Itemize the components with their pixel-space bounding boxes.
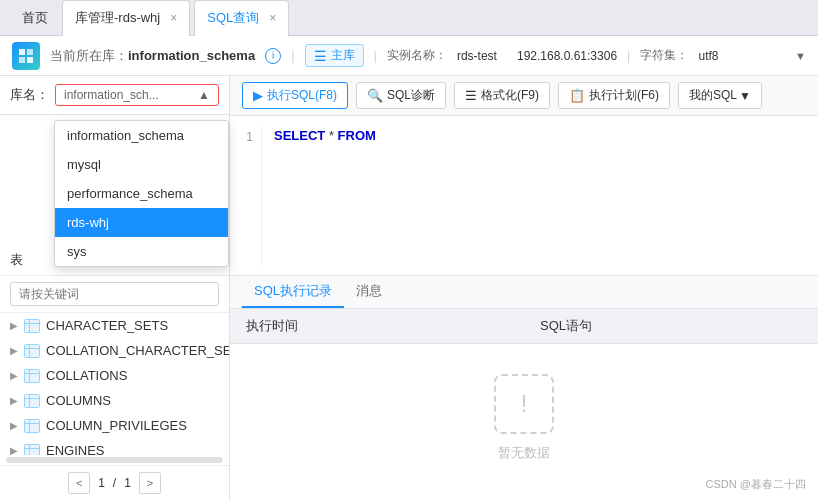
dropdown-item-sys[interactable]: sys: [55, 237, 228, 266]
diagnose-icon: 🔍: [367, 88, 383, 103]
plan-icon: 📋: [569, 88, 585, 103]
execute-label: 执行SQL(F8): [267, 87, 337, 104]
current-db-name: information_schema: [128, 48, 255, 63]
table-name-5: ENGINES: [46, 443, 105, 455]
dropdown-item-rds-whj[interactable]: rds-whj: [55, 208, 228, 237]
format-icon: ☰: [465, 88, 477, 103]
left-panel: 库名： information_sch... ▲ information_sch…: [0, 76, 230, 500]
next-page-btn[interactable]: >: [139, 472, 161, 494]
table-list-item[interactable]: ▶ COLUMNS: [0, 388, 229, 413]
db-selector-input[interactable]: information_sch... ▲: [55, 84, 219, 106]
expand-arrow-5: ▶: [10, 445, 18, 455]
table-list-item[interactable]: ▶ CHARACTER_SETS: [0, 313, 229, 338]
sql-toolbar: ▶ 执行SQL(F8) 🔍 SQL诊断 ☰ 格式化(F9) 📋 执行计划(F6)…: [230, 76, 818, 116]
tab-bar: 首页 库管理-rds-whj × SQL查询 ×: [0, 0, 818, 36]
db-selector: 库名： information_sch... ▲: [0, 76, 229, 115]
svg-rect-0: [19, 49, 25, 55]
plan-btn[interactable]: 📋 执行计划(F6): [558, 82, 670, 109]
current-db-label: 当前所在库：information_schema: [50, 47, 255, 65]
header-dropdown-icon[interactable]: ▼: [795, 50, 806, 62]
svg-rect-19: [25, 444, 40, 455]
sql-editor[interactable]: 1 SELECT * FROM: [230, 116, 818, 276]
tab-messages[interactable]: 消息: [344, 276, 394, 308]
table-icon-2: [24, 369, 40, 383]
db-selector-value: information_sch...: [64, 88, 159, 102]
table-name-1: COLLATION_CHARACTER_SET_APPLICABILITY: [46, 343, 229, 358]
tab-db-manage-label: 库管理-rds-whj: [75, 9, 160, 27]
empty-text: 暂无数据: [498, 444, 550, 462]
charset-value: utf8: [698, 49, 718, 63]
table-list-item[interactable]: ▶ COLUMN_PRIVILEGES: [0, 413, 229, 438]
instance-value: rds-test: [457, 49, 497, 63]
table-icon-1: [24, 344, 40, 358]
table-name-4: COLUMN_PRIVILEGES: [46, 418, 187, 433]
expand-arrow-3: ▶: [10, 395, 18, 406]
tab-db-manage[interactable]: 库管理-rds-whj ×: [62, 0, 190, 36]
empty-state: ! 暂无数据: [230, 344, 818, 492]
svg-rect-7: [25, 344, 40, 357]
result-tabs: SQL执行记录 消息: [230, 276, 818, 309]
db-dropdown: information_schema mysql performance_sch…: [54, 120, 229, 267]
charset-label: 字符集：: [640, 47, 688, 64]
sql-star: *: [329, 128, 338, 143]
plan-label: 执行计划(F6): [589, 87, 659, 104]
tab-sql-query-label: SQL查询: [207, 9, 259, 27]
db-selector-arrow: ▲: [198, 88, 210, 102]
table-list-item[interactable]: ▶ COLLATION_CHARACTER_SET_APPLICABILITY: [0, 338, 229, 363]
dropdown-item-mysql[interactable]: mysql: [55, 150, 228, 179]
table-icon-0: [24, 319, 40, 333]
dropdown-item-information-schema[interactable]: information_schema: [55, 121, 228, 150]
line-numbers: 1: [230, 126, 262, 265]
my-sql-label: 我的SQL: [689, 87, 737, 104]
col-execution-time: 执行时间: [230, 309, 524, 344]
execute-sql-btn[interactable]: ▶ 执行SQL(F8): [242, 82, 348, 109]
prev-page-btn[interactable]: <: [68, 472, 90, 494]
page-total: 1: [124, 476, 131, 490]
watermark: CSDN @暮春二十四: [706, 477, 806, 492]
format-label: 格式化(F9): [481, 87, 539, 104]
table-list-item[interactable]: ▶ COLLATIONS: [0, 363, 229, 388]
table-search-input[interactable]: [10, 282, 219, 306]
table-list-item[interactable]: ▶ ENGINES: [0, 438, 229, 455]
expand-arrow-2: ▶: [10, 370, 18, 381]
master-label: 主库: [331, 47, 355, 64]
app-logo: [12, 42, 40, 70]
expand-arrow-1: ▶: [10, 345, 18, 356]
format-btn[interactable]: ☰ 格式化(F9): [454, 82, 550, 109]
pagination: < 1 / 1 >: [0, 465, 229, 500]
tab-sql-query-close[interactable]: ×: [269, 11, 276, 25]
master-tag: ☰ 主库: [305, 44, 364, 67]
instance-label: 实例名称：: [387, 47, 447, 64]
expand-arrow-0: ▶: [10, 320, 18, 331]
svg-rect-3: [27, 57, 33, 63]
my-sql-btn[interactable]: 我的SQL ▼: [678, 82, 762, 109]
svg-rect-2: [19, 57, 25, 63]
ip-value: 192.168.0.61:3306: [517, 49, 617, 63]
left-scrollbar[interactable]: [6, 457, 223, 463]
dropdown-item-performance-schema[interactable]: performance_schema: [55, 179, 228, 208]
page-sep: /: [113, 476, 116, 490]
table-name-0: CHARACTER_SETS: [46, 318, 168, 333]
table-list: ▶ CHARACTER_SETS ▶: [0, 313, 229, 455]
sep1: |: [291, 48, 294, 63]
sql-from-keyword: FROM: [338, 128, 376, 143]
sql-content: SELECT * FROM: [262, 126, 388, 265]
info-icon[interactable]: i: [265, 48, 281, 64]
search-box: [0, 276, 229, 313]
empty-icon: !: [494, 374, 554, 434]
tab-home[interactable]: 首页: [8, 0, 62, 36]
tab-db-manage-close[interactable]: ×: [170, 11, 177, 25]
tab-sql-query[interactable]: SQL查询 ×: [194, 0, 289, 36]
tab-execution-log[interactable]: SQL执行记录: [242, 276, 344, 308]
diagnose-btn[interactable]: 🔍 SQL诊断: [356, 82, 446, 109]
expand-arrow-4: ▶: [10, 420, 18, 431]
right-panel: ▶ 执行SQL(F8) 🔍 SQL诊断 ☰ 格式化(F9) 📋 执行计划(F6)…: [230, 76, 818, 500]
svg-rect-1: [27, 49, 33, 55]
empty-icon-symbol: !: [521, 390, 528, 418]
svg-rect-13: [25, 394, 40, 407]
sep4: |: [627, 48, 630, 63]
page-current: 1: [98, 476, 105, 490]
header-bar: 当前所在库：information_schema i | ☰ 主库 | 实例名称…: [0, 36, 818, 76]
db-label: 库名：: [10, 86, 49, 104]
sep2: |: [374, 48, 377, 63]
